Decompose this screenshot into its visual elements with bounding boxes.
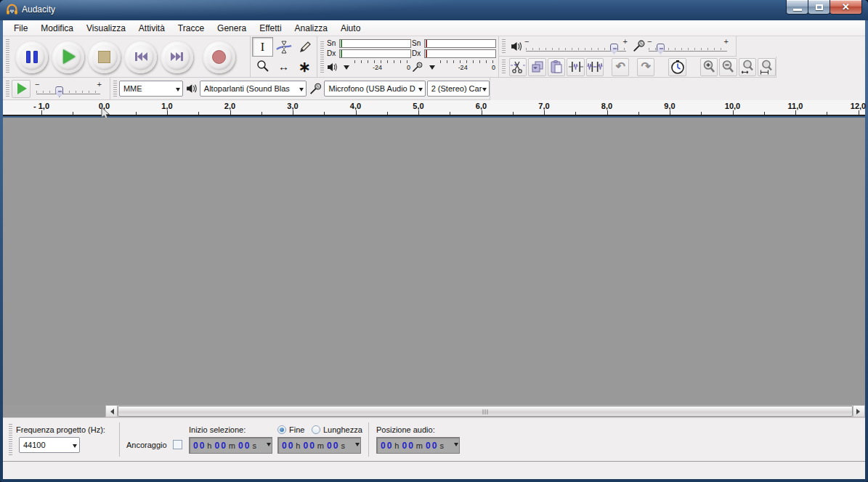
menu-item-attività[interactable]: Attività	[132, 21, 171, 36]
input-device-value: Microfono (USB Audio D	[328, 84, 415, 93]
menu-item-tracce[interactable]: Tracce	[171, 21, 211, 36]
copy-button[interactable]	[528, 58, 546, 76]
selection-toolbar-grip[interactable]	[9, 424, 12, 455]
ruler-major-tick	[544, 110, 545, 115]
chevron-down-icon	[267, 443, 271, 449]
silence-audio-button[interactable]	[586, 58, 604, 76]
ruler-minor-tick	[387, 112, 388, 115]
menu-item-effetti[interactable]: Effetti	[253, 21, 288, 36]
playback-speed-thumb[interactable]	[55, 86, 63, 97]
selection-tool-button[interactable]: I	[252, 37, 273, 57]
skip-to-start-button[interactable]	[124, 41, 157, 73]
audio-position-field[interactable]: 00h00m00s	[376, 437, 460, 454]
close-button[interactable]: ✕	[830, 0, 862, 15]
record-button[interactable]	[203, 41, 235, 73]
transport-grip[interactable]	[6, 39, 9, 74]
menu-item-file[interactable]: File	[7, 21, 34, 36]
separator	[368, 422, 369, 457]
selection-end-field[interactable]: 00h00m00s	[277, 437, 361, 454]
play-button[interactable]	[52, 41, 84, 73]
input-plus-label: +	[724, 37, 729, 46]
mixer-grip[interactable]	[502, 39, 506, 53]
menu-item-modifica[interactable]: Modifica	[34, 21, 80, 36]
input-volume-thumb[interactable]	[657, 44, 665, 54]
scrollbar-left-gap	[3, 405, 105, 417]
recording-left-label: Sn	[412, 39, 424, 47]
fit-selection-button[interactable]	[739, 58, 757, 76]
length-radio[interactable]	[312, 425, 320, 434]
end-radio-label: Fine	[289, 425, 304, 434]
transcription-grip[interactable]	[6, 81, 9, 97]
project-rate-label: Frequenza progetto (Hz):	[16, 425, 105, 434]
play-at-speed-button[interactable]	[12, 80, 31, 98]
stop-button[interactable]	[88, 41, 121, 73]
output-volume-thumb[interactable]	[610, 44, 618, 54]
time-digits: 00	[238, 441, 251, 451]
meter-grip[interactable]	[320, 41, 324, 74]
title-bar[interactable]: Audacity ✕	[0, 0, 868, 20]
ruler-major-tick	[167, 110, 168, 115]
chevron-down-icon	[454, 443, 458, 449]
snap-to-checkbox[interactable]	[173, 440, 182, 449]
device-grip[interactable]	[113, 81, 117, 97]
trim-audio-button[interactable]	[567, 58, 585, 76]
envelope-tool-button[interactable]	[273, 37, 294, 57]
playback-meter[interactable]: Sn Dx -24 0	[327, 38, 411, 77]
undo-button[interactable]: ↶	[612, 58, 630, 76]
playback-left-label: Sn	[327, 39, 339, 47]
zoom-tool-button[interactable]	[252, 57, 273, 76]
project-rate-dropdown[interactable]: 44100	[19, 437, 80, 453]
fit-project-icon	[759, 60, 774, 75]
ruler-label: - 1,0	[33, 102, 49, 110]
time-unit: h	[394, 441, 399, 450]
playback-meter-dropdown[interactable]	[339, 62, 353, 73]
recording-meter[interactable]: Sn Dx -24 0	[412, 38, 496, 77]
device-toolbar: MME Altoparlanti (Sound Blas Microfono (…	[110, 78, 490, 100]
playback-meter-scale: -24 0	[354, 60, 411, 74]
playback-right-label: Dx	[327, 49, 339, 57]
chevron-down-icon	[482, 88, 487, 94]
track-area[interactable]	[3, 118, 865, 405]
zoom-out-button[interactable]	[719, 58, 737, 76]
ruler-major-tick	[41, 110, 42, 115]
titlebar-gloss	[0, 0, 521, 20]
edit-grip[interactable]	[502, 60, 506, 74]
close-icon: ✕	[842, 1, 850, 12]
menu-item-genera[interactable]: Genera	[211, 21, 253, 36]
audio-host-dropdown[interactable]: MME	[119, 81, 183, 97]
menu-item-analizza[interactable]: Analizza	[288, 21, 334, 36]
pause-button[interactable]	[15, 41, 48, 73]
paste-button[interactable]	[548, 58, 566, 76]
maximize-button[interactable]	[808, 0, 830, 15]
scrollbar-thumb[interactable]	[118, 406, 853, 417]
skip-to-end-button[interactable]	[161, 41, 193, 73]
output-volume-slider[interactable]: − +	[526, 41, 626, 54]
multi-tool-button[interactable]: ∗	[294, 57, 315, 76]
output-device-dropdown[interactable]: Altoparlanti (Sound Blas	[200, 81, 307, 97]
ruler-minor-tick	[73, 112, 73, 115]
cut-button[interactable]	[509, 58, 527, 76]
playback-speed-slider[interactable]: − +	[36, 84, 100, 97]
redo-button[interactable]: ↷	[637, 58, 655, 76]
ruler-label: 12,0	[851, 102, 866, 110]
horizontal-scrollbar[interactable]	[105, 405, 865, 417]
selection-start-field[interactable]: 00h00m00s	[189, 437, 272, 454]
sync-lock-button[interactable]	[668, 58, 686, 76]
scroll-left-button[interactable]	[106, 406, 118, 417]
menu-item-visualizza[interactable]: Visualizza	[80, 21, 132, 36]
draw-tool-button[interactable]	[294, 37, 315, 57]
maximize-icon	[816, 4, 823, 10]
recording-meter-dropdown[interactable]	[425, 62, 439, 73]
zoom-in-button[interactable]	[700, 58, 718, 76]
input-volume-slider[interactable]: − +	[649, 41, 727, 54]
scroll-right-button[interactable]	[853, 406, 864, 417]
end-radio[interactable]	[277, 425, 286, 434]
menu-item-aiuto[interactable]: Aiuto	[334, 21, 367, 36]
minimize-button[interactable]	[786, 0, 808, 15]
time-digits: 00	[402, 441, 414, 451]
input-device-dropdown[interactable]: Microfono (USB Audio D	[324, 81, 425, 97]
time-shift-tool-button[interactable]: ↔	[273, 57, 294, 76]
timeline-ruler[interactable]: - 1,00,01,02,03,04,05,06,07,08,09,010,01…	[3, 100, 865, 116]
fit-project-button[interactable]	[758, 58, 776, 76]
input-channels-dropdown[interactable]: 2 (Stereo) Car	[427, 81, 490, 97]
